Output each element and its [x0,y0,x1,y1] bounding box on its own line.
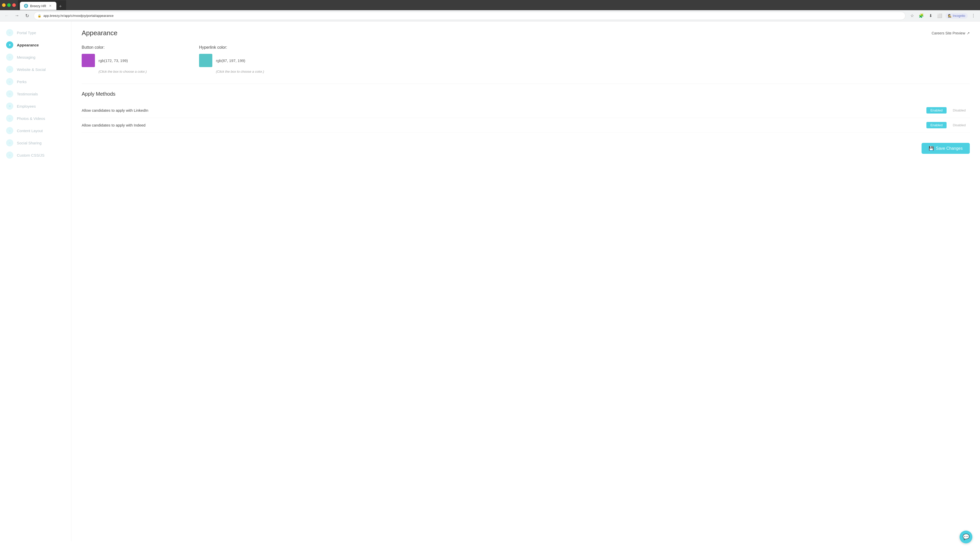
back-button[interactable]: ← [3,12,10,19]
page-header: Appearance Careers Site Preview ↗ [82,29,970,37]
sidebar-label-testimonials: Testimonials [17,92,38,96]
sidebar-label-content-layout: Content Layout [17,129,43,133]
hyperlink-color-swatch[interactable] [199,54,212,67]
button-color-row: rgb(172, 73, 199) [82,54,184,67]
indeed-enabled-button[interactable]: Enabled [926,122,947,128]
sidebar-item-testimonials[interactable]: ○ Testimonials [0,88,71,100]
tab-bar: B Breezy HR ✕ + [18,0,66,10]
color-section: Button color: rgb(172, 73, 199) (Click t… [82,45,970,73]
apply-method-indeed: Allow candidates to apply with Indeed En… [82,118,970,133]
careers-preview-link[interactable]: Careers Site Preview ↗ [932,31,970,35]
chat-icon: 💬 [963,534,969,540]
incognito-icon: 🕵 [948,14,952,17]
sidebar-item-website-social[interactable]: ○ Website & Social [0,63,71,76]
hyperlink-color-group: Hyperlink color: rgb(87, 197, 199) (Clic… [199,45,301,73]
hyperlink-color-row: rgb(87, 197, 199) [199,54,301,67]
menu-button[interactable]: ⋮ [970,12,977,19]
chat-widget[interactable]: 💬 [959,530,972,541]
sidebar-label-photos-videos: Photos & Videos [17,116,45,121]
tab-close-button[interactable]: ✕ [48,4,52,8]
linkedin-toggle-group: Enabled Disabled [926,107,970,114]
url-text: app.breezy.hr/app/c/moodjoy/portal/appea… [43,14,114,17]
browser-chrome: B Breezy HR ✕ + ← → ↻ 🔒 app.breezy.hr/ap… [0,0,980,21]
sidebar-label-perks: Perks [17,79,27,84]
page-title: Appearance [82,29,118,37]
button-color-label: Button color: [82,45,184,50]
photos-videos-icon: ○ [6,115,13,122]
sidebar-label-appearance: Appearance [17,43,39,47]
sidebar-item-photos-videos[interactable]: ○ Photos & Videos [0,112,71,124]
address-actions: ☆ 🧩 ⬇ ⬜ 🕵 Incognito ⋮ [908,12,977,19]
extensions-button[interactable]: 🧩 [918,12,925,19]
indeed-disabled-button[interactable]: Disabled [948,122,970,128]
sidebar-item-perks[interactable]: ○ Perks [0,76,71,88]
apply-method-linkedin: Allow candidates to apply with LinkedIn … [82,103,970,118]
forward-button[interactable]: → [13,12,21,19]
website-social-icon: ○ [6,66,13,73]
hyperlink-color-hint: (Click the box to choose a color.) [216,70,301,73]
titlebar: B Breezy HR ✕ + [0,0,980,10]
sidebar-item-appearance[interactable]: ✦ Appearance [0,39,71,51]
sidebar-item-content-layout[interactable]: ○ Content Layout [0,124,71,137]
save-button[interactable]: 💾 Save Changes [921,143,970,154]
sidebar-item-custom-css-js[interactable]: ○ Custom CSS/JS [0,149,71,161]
hyperlink-color-value: rgb(87, 197, 199) [216,59,245,63]
minimize-button[interactable] [2,3,6,7]
button-color-value: rgb(172, 73, 199) [99,59,128,63]
incognito-badge: 🕵 Incognito [945,13,968,19]
sidebar-label-messaging: Messaging [17,55,35,59]
portal-type-icon: ○ [6,29,13,36]
sidebar-label-social-sharing: Social Sharing [17,141,41,145]
save-btn-container: 💾 Save Changes [82,143,970,154]
sidebar-label-website-social: Website & Social [17,67,46,72]
reload-button[interactable]: ↻ [24,12,30,19]
perks-icon: ○ [6,78,13,85]
incognito-label: Incognito [953,14,965,17]
appearance-icon: ✦ [6,41,13,48]
split-view-button[interactable]: ⬜ [936,12,943,19]
button-color-group: Button color: rgb(172, 73, 199) (Click t… [82,45,184,73]
custom-css-js-icon: ○ [6,151,13,159]
button-color-hint: (Click the box to choose a color.) [99,70,184,73]
linkedin-enabled-button[interactable]: Enabled [926,107,947,114]
section-divider [82,84,970,84]
save-icon: 💾 [929,146,934,151]
sidebar-label-portal-type: Portal Type [17,30,36,35]
maximize-button[interactable] [7,3,11,7]
sidebar-item-messaging[interactable]: ○ Messaging [0,51,71,63]
sidebar: ○ Portal Type ✦ Appearance ○ Messaging ○… [0,21,72,541]
hyperlink-color-label: Hyperlink color: [199,45,301,50]
indeed-toggle-group: Enabled Disabled [926,122,970,128]
indeed-label: Allow candidates to apply with Indeed [82,123,145,127]
linkedin-label: Allow candidates to apply with LinkedIn [82,108,148,113]
lock-icon: 🔒 [38,14,41,17]
tab-title: Breezy HR [30,4,46,8]
sidebar-label-employees: Employees [17,104,36,108]
careers-preview-label: Careers Site Preview [932,31,966,35]
testimonials-icon: ○ [6,90,13,97]
window-controls[interactable] [2,3,16,7]
apply-methods-title: Apply Methods [82,91,970,97]
download-button[interactable]: ⬇ [927,12,934,19]
address-bar: ← → ↻ 🔒 app.breezy.hr/app/c/moodjoy/port… [0,10,980,21]
employees-icon: ✕ [6,103,13,110]
external-link-icon: ↗ [967,31,970,35]
sidebar-label-custom-css-js: Custom CSS/JS [17,153,45,157]
active-tab[interactable]: B Breezy HR ✕ [20,2,56,10]
main-content: Appearance Careers Site Preview ↗ Button… [72,21,980,541]
save-label: Save Changes [936,146,963,151]
app-container: ○ Portal Type ✦ Appearance ○ Messaging ○… [0,21,980,541]
messaging-icon: ○ [6,54,13,61]
content-layout-icon: ○ [6,127,13,134]
new-tab-button[interactable]: + [57,3,64,10]
url-box[interactable]: 🔒 app.breezy.hr/app/c/moodjoy/portal/app… [34,12,905,20]
close-button[interactable] [12,3,16,7]
bookmark-button[interactable]: ☆ [908,12,916,19]
sidebar-item-social-sharing[interactable]: ○ Social Sharing [0,137,71,149]
sidebar-item-employees[interactable]: ✕ Employees [0,100,71,112]
button-color-swatch[interactable] [82,54,95,67]
linkedin-disabled-button[interactable]: Disabled [948,107,970,114]
sidebar-item-portal-type[interactable]: ○ Portal Type [0,27,71,39]
tab-favicon: B [24,4,28,8]
social-sharing-icon: ○ [6,139,13,146]
